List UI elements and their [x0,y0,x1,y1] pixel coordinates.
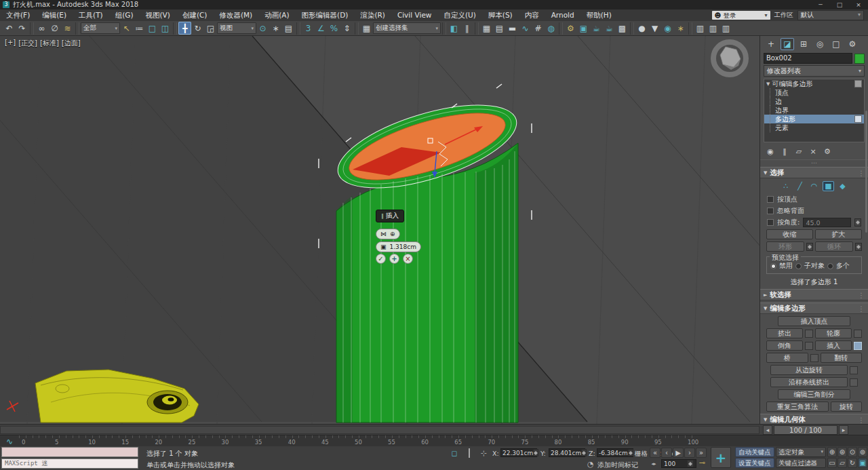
spinner-snap-icon[interactable]: ⇕ [340,22,353,35]
menu-item[interactable]: Arnold [545,9,580,21]
stack-item-element[interactable]: 元素 [764,123,864,132]
time-slider-prev[interactable]: ◂ [763,425,772,435]
toolbar-button[interactable] [30,22,34,35]
menu-item[interactable]: 图形编辑器(D) [296,9,355,21]
layer-explorer-icon[interactable]: ▤ [493,22,506,35]
menu-item[interactable]: 文件(F) [0,9,36,21]
lighting-analysis-icon[interactable]: ∗ [674,22,687,35]
ignore-backfacing-checkbox[interactable] [767,208,774,214]
set-keys-button[interactable]: + [711,447,731,468]
viewport-menu-standard[interactable]: [标准] [40,39,59,48]
bridge-settings-button[interactable] [810,354,818,362]
insert-vertex-button[interactable]: 插入顶点 [778,316,850,326]
key-filters-button[interactable]: 关键点过滤器 [776,458,826,468]
object-color-swatch[interactable] [854,54,865,64]
angle-value-field[interactable]: 45.0 [803,218,851,227]
curve-editor-icon[interactable]: ∿ [519,22,532,35]
close-button[interactable]: × [849,1,868,9]
toolbar-button[interactable] [355,22,359,35]
mirror-icon[interactable]: ◧ [448,22,460,35]
play-icon[interactable]: ▶ [673,448,684,458]
time-slider-next[interactable]: ▸ [839,425,848,435]
angle-snap-icon[interactable]: ∠ [315,22,328,35]
panel-splitter[interactable]: ⋯ [760,159,868,165]
extrude-settings-button[interactable] [805,330,813,338]
time-slider-handle[interactable]: 100 / 100 [774,425,837,435]
x-coordinate-field[interactable]: 22.301cm [500,448,537,457]
tab-display[interactable]: □ [829,38,843,50]
menu-item[interactable]: 自定义(U) [437,9,481,21]
ribbon-icon[interactable]: ▬ [506,22,519,35]
selection-lock-icon[interactable] [464,448,475,458]
turn-button[interactable]: 旋转 [831,402,862,412]
ring-button[interactable]: 环形 [766,241,804,252]
y-coordinate-field[interactable]: 28.401cm [549,448,585,457]
frame-spinner[interactable] [687,460,694,467]
rollout-soft-selection[interactable]: ► 软选择 ⋮ [760,289,868,300]
toolbar-button[interactable] [442,22,446,35]
absolute-mode-icon[interactable]: ⊹ [478,448,489,458]
extrude-spline-settings-button[interactable] [850,378,858,387]
tab-modify[interactable]: ◪ [781,38,794,50]
configure-modifier-sets-icon[interactable]: ⚙ [822,146,833,157]
pan-icon[interactable]: ▱ [837,458,847,468]
use-pivot-center-icon[interactable]: ⊙ [256,22,269,35]
toolbar-button[interactable] [475,22,479,35]
selection-region-icon[interactable]: □ [146,22,159,35]
menu-item[interactable]: Civil View [391,9,438,21]
preview-multi-radio[interactable] [827,263,833,269]
viewport-menu-shading[interactable]: [边面] [62,39,81,48]
align-icon[interactable]: ∥ [460,22,473,35]
maximize-viewport-icon[interactable]: ▣ [858,458,867,468]
key-icon[interactable]: ⊸ [699,458,705,467]
select-and-link-icon[interactable]: ∞ [35,22,48,35]
track-bar[interactable]: ∿ 05101520253035404550556065707580859095… [0,435,868,447]
toolbar-button[interactable] [630,22,634,35]
render-production-icon[interactable]: ☕ [590,22,603,35]
caddy-apply-button[interactable]: + [389,254,399,264]
extrude-along-spline-button[interactable]: 沿样条线挤出 [770,377,848,387]
workspace-dropdown[interactable]: 默认 ▾ [797,10,864,20]
bind-to-space-warp-icon[interactable]: ≋ [61,22,74,35]
go-to-end-icon[interactable]: » [696,448,707,458]
menu-item[interactable]: 视图(V) [140,9,176,21]
zoom-region-icon[interactable]: ▭ [827,458,837,468]
extrude-button[interactable]: 挤出 [766,328,803,338]
toolbar-button[interactable] [173,22,177,35]
edge-mode-icon[interactable]: ╱ [794,181,806,191]
make-unique-icon[interactable]: ▱ [793,146,804,157]
selection-filter-dropdown[interactable]: 全部 ▾ [81,22,120,34]
material-editor-icon[interactable]: ◍ [545,22,557,35]
menu-item[interactable]: 编辑(E) [36,9,73,21]
toolbar-button[interactable] [296,22,300,35]
select-and-move-icon[interactable]: ╋ [178,22,191,35]
undo-icon[interactable]: ↶ [3,22,16,35]
edit-triangulation-button[interactable]: 编辑三角剖分 [778,389,850,399]
bridge-button[interactable]: 桥 [766,353,808,363]
unlink-selection-icon[interactable]: ∅ [48,22,61,35]
zoom-extents-icon[interactable]: ⊙ [848,447,857,457]
snap-toggle-3d-icon[interactable]: 3 [302,22,315,35]
polygon-mode-icon[interactable]: ■ [823,181,834,191]
set-key-button[interactable]: 设置关键点 [735,458,774,468]
tab-hierarchy[interactable]: ⊞ [797,38,810,50]
orbit-icon[interactable]: ↻ [848,458,857,468]
viewport-menu-general[interactable]: [+] [5,39,16,48]
by-angle-checkbox[interactable] [767,219,774,226]
toolbar-button[interactable] [559,22,563,35]
zoom-icon[interactable]: ⊕ [827,447,837,457]
element-mode-icon[interactable]: ◆ [837,181,848,191]
caddy-group-toggle[interactable]: ⋈ ⊕ [376,229,400,239]
material-override-icon[interactable]: ▼ [648,22,661,35]
caddy-ok-button[interactable]: ✓ [376,254,386,264]
toolbar-button[interactable] [688,22,692,35]
macro-recorder-field[interactable] [1,447,138,457]
scene-explorer-icon[interactable]: ▦ [480,22,493,35]
preview-subobj-radio[interactable] [795,263,802,269]
menu-item[interactable]: 修改器(M) [213,9,258,21]
rollout-selection[interactable]: ▼ 选择 ⋮ [760,167,868,178]
stack-item-editable-poly[interactable]: ▼ 可编辑多边形 [764,79,864,88]
add-time-tag[interactable]: 添加时间标记 [597,461,638,470]
caddy-header[interactable]: ∥ 插入 [376,210,404,222]
stack-item-border[interactable]: 边界 [764,106,864,115]
